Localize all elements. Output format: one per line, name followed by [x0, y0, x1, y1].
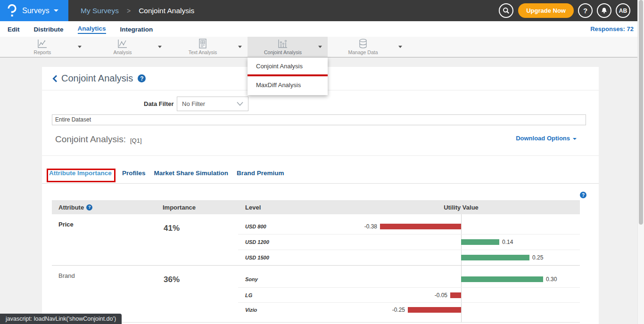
utility-bar-cell: 0.30	[358, 266, 580, 287]
utility-bar	[461, 255, 529, 260]
divider	[42, 183, 599, 184]
col-utility-value: Utility Value	[444, 204, 479, 211]
attribute-help-icon[interactable]: ?	[86, 204, 92, 211]
utility-value-label: -0.25	[392, 307, 405, 313]
chevron-down-icon[interactable]	[238, 46, 242, 48]
chevron-down-icon[interactable]	[398, 46, 402, 48]
importance-value: 41%	[156, 214, 238, 265]
chevron-down-icon[interactable]	[158, 46, 162, 48]
level-row: USD 15000.25	[238, 250, 580, 265]
menu-item-conjoint-analysis[interactable]: Conjoint Analysis	[248, 57, 328, 74]
utility-bar-cell: -0.38	[358, 214, 580, 234]
toolbar-conjoint-analysis[interactable]: Conjoint Analysis	[248, 37, 328, 57]
utility-bar	[380, 224, 461, 229]
menu-analytics[interactable]: Analytics	[78, 24, 106, 34]
toolbar-text-analysis[interactable]: Text Analysis	[167, 37, 248, 57]
utility-bar-cell: 0.25	[358, 250, 580, 265]
help-button[interactable]: ?	[578, 3, 593, 18]
chevron-down-icon	[573, 138, 577, 140]
breadcrumb-current: Conjoint Analysis	[139, 7, 194, 15]
chevron-down-icon	[54, 9, 58, 12]
topbar: Surveys My Surveys > Conjoint Analysis U…	[0, 0, 644, 21]
upgrade-button[interactable]: Upgrade Now	[518, 3, 574, 18]
toolbar-manage-data[interactable]: Manage Data	[328, 37, 408, 57]
level-row: LG-0.05	[238, 287, 580, 302]
utility-value-label: 0.14	[502, 239, 513, 245]
utility-bar	[408, 307, 461, 313]
conjoint-dropdown-menu: Conjoint Analysis MaxDiff Analysis	[248, 57, 328, 95]
brand-p-icon	[7, 4, 17, 17]
importance-value: 36%	[156, 266, 238, 322]
annotation-box	[47, 169, 116, 182]
breadcrumb-my-surveys[interactable]: My Surveys	[81, 7, 119, 15]
menu-edit[interactable]: Edit	[8, 25, 20, 33]
bell-icon	[601, 7, 608, 14]
chevron-down-icon	[237, 102, 243, 106]
tab-market-share-simulation[interactable]: Market Share Simulation	[154, 170, 229, 181]
col-level: Level	[238, 204, 358, 211]
level-label: LG	[245, 292, 252, 298]
download-options-button[interactable]: Download Options	[516, 135, 577, 142]
axis-line	[461, 288, 462, 302]
product-name: Surveys	[22, 7, 50, 15]
level-label: Vizio	[245, 307, 257, 313]
axis-line	[461, 214, 462, 234]
dataset-field[interactable]: Entire Dataset	[52, 114, 586, 125]
avatar[interactable]: AB	[616, 3, 630, 18]
tab-brand-premium[interactable]: Brand Premium	[237, 170, 284, 181]
col-importance: Importance	[156, 204, 238, 211]
menu-integration[interactable]: Integration	[120, 25, 153, 33]
utility-bar-cell: 0.14	[358, 235, 580, 250]
table-help-icon[interactable]: ?	[580, 192, 586, 198]
toolbar-reports[interactable]: Reports	[7, 37, 87, 57]
responses-count[interactable]: Responses: 72	[590, 25, 634, 32]
utility-bar	[450, 292, 461, 298]
menu-item-maxdiff-analysis[interactable]: MaxDiff Analysis	[248, 76, 328, 93]
chevron-down-icon[interactable]	[78, 46, 82, 48]
level-row: Sony0.30	[238, 266, 580, 287]
conjoint-analysis-icon	[278, 39, 288, 49]
utility-value-label: -0.05	[435, 292, 447, 299]
utility-bar-cell: -0.25	[358, 303, 580, 322]
utility-bar-cell: -0.05	[358, 288, 580, 302]
level-row: Vizio-0.25	[238, 302, 580, 322]
search-icon	[503, 7, 510, 14]
back-chevron-icon[interactable]	[52, 75, 58, 82]
search-button[interactable]	[499, 3, 513, 18]
level-row: USD 800-0.38	[238, 214, 580, 234]
attribute-group: Price41%USD 800-0.38USD 12000.14USD 1500…	[52, 214, 580, 265]
section-heading-row: Conjoint Analysis: [Q1] Download Options	[42, 131, 599, 150]
data-filter-select[interactable]: No Filter	[177, 97, 248, 111]
axis-line	[461, 303, 462, 322]
page-title: Conjoint Analysis	[61, 73, 133, 84]
text-analysis-icon	[198, 39, 207, 49]
notifications-button[interactable]	[597, 3, 611, 18]
utility-value-label: -0.38	[364, 223, 377, 230]
scrollbar-thumb[interactable]	[639, 0, 643, 225]
page-scrollbar[interactable]	[637, 0, 644, 324]
divider	[42, 155, 599, 156]
analysis-chart-icon	[117, 39, 128, 49]
col-attribute: Attribute	[58, 204, 84, 211]
question-icon: ?	[583, 7, 587, 15]
level-label: USD 800	[245, 224, 266, 229]
toolbar-analysis[interactable]: Analysis	[87, 37, 167, 57]
utility-bar	[461, 239, 499, 245]
survey-menubar: Edit Distribute Analytics Integration Re…	[0, 21, 644, 37]
topbar-actions: Upgrade Now ? AB	[495, 3, 630, 18]
level-label: USD 1500	[245, 255, 269, 260]
utility-bar	[461, 276, 543, 282]
section-title: Conjoint Analysis:	[55, 134, 126, 145]
title-help-icon[interactable]: ?	[138, 74, 146, 82]
tab-profiles[interactable]: Profiles	[122, 170, 146, 181]
attribute-importance-table: Attribute? Importance Level Utility Valu…	[52, 200, 580, 323]
level-label: USD 1200	[245, 239, 269, 245]
attribute-name: Price	[52, 214, 156, 265]
app-logo[interactable]: Surveys	[0, 0, 68, 21]
breadcrumb-separator: >	[127, 7, 131, 15]
chevron-down-icon[interactable]	[318, 46, 322, 48]
question-code: [Q1]	[130, 137, 142, 144]
menu-distribute[interactable]: Distribute	[34, 25, 64, 33]
utility-value-label: 0.25	[532, 254, 543, 261]
data-filter-label: Data Filter	[144, 100, 170, 107]
